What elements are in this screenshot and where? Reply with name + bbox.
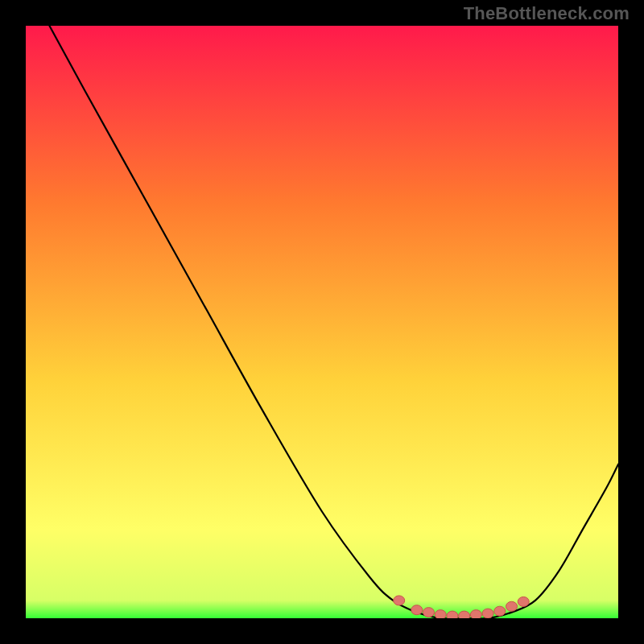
chart-plot-area bbox=[26, 26, 618, 618]
chart-svg bbox=[26, 26, 618, 618]
optimal-marker bbox=[394, 596, 405, 605]
optimal-marker bbox=[470, 610, 481, 618]
watermark-text: TheBottleneck.com bbox=[464, 3, 630, 24]
optimal-marker bbox=[459, 611, 470, 618]
optimal-marker bbox=[423, 608, 434, 617]
optimal-marker bbox=[411, 605, 423, 615]
optimal-marker bbox=[494, 606, 506, 616]
chart-background bbox=[26, 26, 618, 618]
optimal-marker bbox=[435, 610, 446, 618]
optimal-marker bbox=[518, 597, 529, 606]
chart-frame: TheBottleneck.com bbox=[0, 0, 644, 644]
optimal-marker bbox=[482, 609, 493, 618]
optimal-marker bbox=[447, 611, 458, 618]
optimal-marker bbox=[506, 601, 518, 611]
